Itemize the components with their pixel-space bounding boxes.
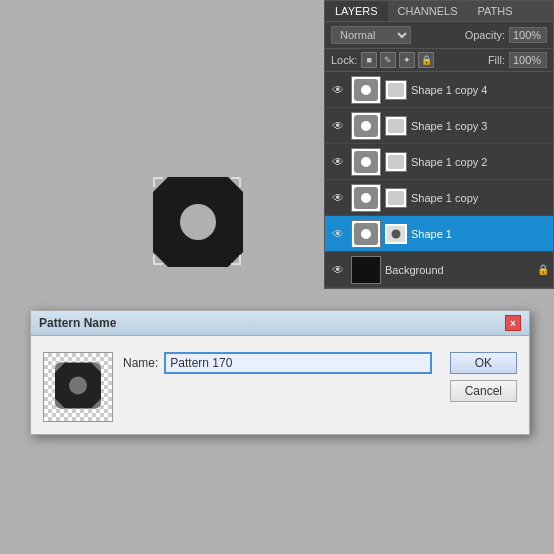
pattern-name-input[interactable] (164, 352, 431, 374)
layer-row[interactable]: 👁 Shape 1 copy 2 (325, 144, 553, 180)
dialog-buttons: OK Cancel (450, 352, 517, 402)
layer-row-selected[interactable]: 👁 Shape 1 (325, 216, 553, 252)
svg-rect-34 (352, 257, 380, 283)
layer-row[interactable]: 👁 Shape 1 copy 4 (325, 72, 553, 108)
layer-name: Shape 1 (411, 228, 549, 240)
layer-row[interactable]: 👁 Shape 1 copy (325, 180, 553, 216)
tab-paths[interactable]: PATHS (468, 1, 523, 21)
svg-point-40 (69, 377, 87, 395)
svg-point-19 (361, 121, 371, 131)
layer-mask-thumbnail-active (385, 224, 407, 244)
fill-input[interactable] (509, 52, 547, 68)
lock-label: Lock: (331, 54, 357, 66)
pattern-preview-shape (53, 361, 103, 414)
svg-rect-17 (388, 83, 404, 97)
layer-mask-thumbnail (385, 80, 407, 100)
layer-row-background[interactable]: 👁 Background 🔒 (325, 252, 553, 288)
eye-icon[interactable]: 👁 (329, 117, 347, 135)
lock-fill-row: Lock: ■ ✎ ✦ 🔒 Fill: (325, 49, 553, 72)
dialog-close-button[interactable]: × (505, 315, 521, 331)
layers-panel: LAYERS CHANNELS PATHS Normal Opacity: Lo… (324, 0, 554, 289)
eye-icon[interactable]: 👁 (329, 225, 347, 243)
layer-row[interactable]: 👁 Shape 1 copy 3 (325, 108, 553, 144)
layer-name: Background (385, 264, 537, 276)
layer-name: Shape 1 copy 2 (411, 156, 549, 168)
svg-rect-11 (153, 263, 163, 265)
canvas-area: LAYERS CHANNELS PATHS Normal Opacity: Lo… (0, 0, 554, 554)
layer-thumbnail (351, 220, 381, 248)
layers-tabs: LAYERS CHANNELS PATHS (325, 1, 553, 22)
layer-thumbnail (351, 112, 381, 140)
layer-thumbnail (351, 184, 381, 212)
dialog-title: Pattern Name (39, 316, 116, 330)
svg-rect-7 (153, 177, 155, 187)
svg-point-31 (361, 229, 371, 239)
svg-rect-9 (239, 177, 241, 187)
lock-transparent-btn[interactable]: ■ (361, 52, 377, 68)
dialog-form: Name: (123, 352, 432, 384)
layer-thumbnail (351, 148, 381, 176)
pattern-name-dialog: Pattern Name × (30, 310, 530, 435)
svg-point-23 (361, 157, 371, 167)
opacity-label: Opacity: (465, 29, 505, 41)
lock-icons: ■ ✎ ✦ 🔒 (361, 52, 434, 68)
blend-opacity-row: Normal Opacity: (325, 22, 553, 49)
opacity-input[interactable] (509, 27, 547, 43)
svg-rect-25 (388, 155, 404, 169)
tab-layers[interactable]: LAYERS (325, 1, 388, 21)
name-label: Name: (123, 356, 158, 370)
layer-mask-thumbnail (385, 116, 407, 136)
svg-rect-21 (388, 119, 404, 133)
cancel-button[interactable]: Cancel (450, 380, 517, 402)
svg-point-15 (361, 85, 371, 95)
layer-mask-thumbnail (385, 188, 407, 208)
tab-channels[interactable]: CHANNELS (388, 1, 468, 21)
layer-thumbnail (351, 76, 381, 104)
ok-button[interactable]: OK (450, 352, 517, 374)
layer-name: Shape 1 copy 4 (411, 84, 549, 96)
lock-all-btn[interactable]: 🔒 (418, 52, 434, 68)
dialog-body: Name: OK Cancel (31, 336, 529, 434)
eye-icon[interactable]: 👁 (329, 153, 347, 171)
svg-point-5 (180, 204, 216, 240)
svg-rect-13 (239, 255, 241, 265)
layer-name: Shape 1 copy 3 (411, 120, 549, 132)
svg-point-33 (392, 229, 401, 238)
eye-icon[interactable]: 👁 (329, 261, 347, 279)
name-form-row: Name: (123, 352, 432, 374)
lock-indicator: 🔒 (537, 264, 549, 275)
layer-mask-thumbnail (385, 152, 407, 172)
layer-thumbnail (351, 256, 381, 284)
eye-icon[interactable]: 👁 (329, 189, 347, 207)
svg-point-27 (361, 193, 371, 203)
svg-rect-29 (388, 191, 404, 205)
blend-mode-select[interactable]: Normal (331, 26, 411, 44)
layer-name: Shape 1 copy (411, 192, 549, 204)
lock-image-btn[interactable]: ✎ (380, 52, 396, 68)
canvas-shape (148, 172, 248, 272)
pattern-preview (43, 352, 113, 422)
fill-label: Fill: (488, 54, 505, 66)
dialog-titlebar: Pattern Name × (31, 311, 529, 336)
eye-icon[interactable]: 👁 (329, 81, 347, 99)
lock-position-btn[interactable]: ✦ (399, 52, 415, 68)
